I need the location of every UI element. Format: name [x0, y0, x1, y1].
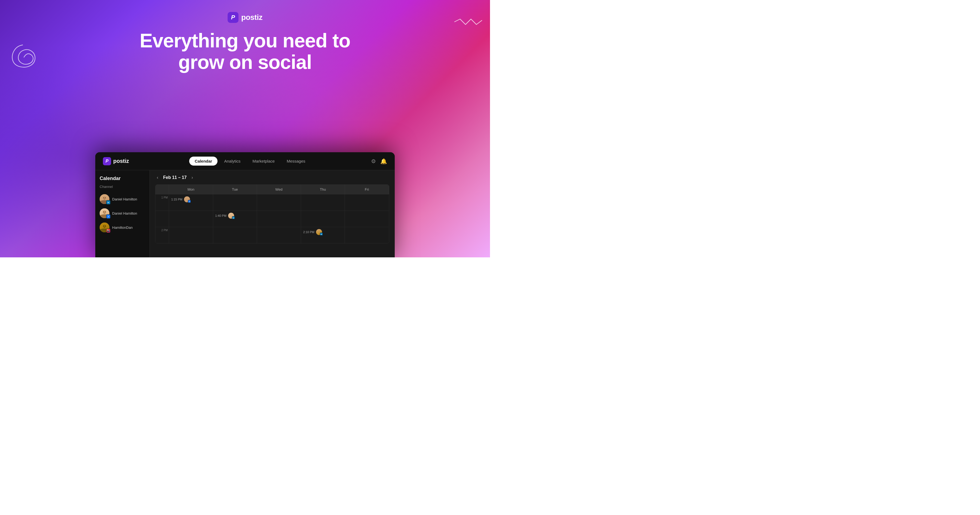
next-week-button[interactable]: › [190, 175, 195, 180]
time-empty-row [156, 210, 169, 227]
channel-item-2[interactable]: f Daniel Hamilton [100, 206, 145, 220]
time-1pm: 1 PM [156, 194, 169, 210]
cal-cell-wed-2pm [257, 227, 301, 243]
linkedin-badge-1: in [106, 200, 111, 204]
time-2pm: 2 PM [156, 227, 169, 243]
app-logo-icon: P [103, 157, 111, 165]
day-header-wed: Wed [257, 185, 301, 194]
facebook-badge-2: f [106, 214, 111, 219]
event-thu-2pm: 2:10 PM in [302, 228, 344, 236]
sidebar: Calendar Channel [95, 170, 150, 257]
svg-point-7 [103, 212, 104, 212]
cal-cell-thu-mid [301, 210, 345, 227]
date-range: Feb 11 – 17 [163, 175, 186, 180]
nav-marketplace[interactable]: Marketplace [247, 156, 280, 166]
svg-point-1 [103, 196, 107, 200]
calendar-nav-header: ‹ Feb 11 – 17 › [155, 175, 389, 180]
hero-section: Everything you need to grow on social [136, 30, 354, 73]
app-logo-text: postiz [113, 158, 129, 164]
time-header-empty [156, 185, 169, 194]
channel-avatar-3: 📷 [100, 223, 110, 232]
day-header-thu: Thu [301, 185, 345, 194]
event-avatar-mon: f [184, 196, 190, 202]
sidebar-title: Calendar [100, 175, 145, 182]
nav-analytics[interactable]: Analytics [219, 156, 246, 166]
settings-icon[interactable]: ⚙ [371, 158, 376, 164]
svg-point-11 [103, 225, 107, 228]
cal-cell-fri-1pm [345, 194, 389, 210]
channel-name-2: Daniel Hamilton [112, 211, 137, 215]
day-header-mon: Mon [169, 185, 213, 194]
svg-point-3 [105, 198, 106, 198]
app-header: P postiz Calendar Analytics Marketplace … [95, 152, 395, 170]
app-window: P postiz Calendar Analytics Marketplace … [95, 152, 395, 257]
cal-cell-thu-1pm [301, 194, 345, 210]
event-avatar-thu: in [316, 229, 322, 235]
event-time-thu-2pm: 2:10 PM [303, 230, 314, 234]
channel-avatar-1: in [100, 194, 110, 204]
cal-cell-fri-2pm [345, 227, 389, 243]
channel-name-3: HamiltonDan [112, 225, 132, 230]
app-header-actions: ⚙ 🔔 [371, 158, 387, 164]
bell-icon[interactable]: 🔔 [380, 158, 387, 164]
top-logo-text: postiz [241, 13, 262, 22]
svg-point-6 [103, 210, 107, 214]
instagram-badge-3: 📷 [106, 228, 111, 233]
cal-cell-mon-2pm [169, 227, 213, 243]
cal-cell-wed-mid [257, 210, 301, 227]
channel-item-1[interactable]: in Daniel Hamilton [100, 192, 145, 206]
calendar-area: ‹ Feb 11 – 17 › Mon Tue Wed Thu Fri 1 PM… [150, 170, 395, 257]
event-time-tue-mid: 1:40 PM [215, 214, 226, 217]
event-tue-mid: 1:40 PM in [214, 212, 256, 220]
channel-avatar-2: f [100, 208, 110, 218]
hero-heading: Everything you need to grow on social [136, 30, 354, 73]
event-mon-1pm: 1:15 PM f [170, 196, 212, 203]
svg-point-13 [105, 226, 106, 226]
cal-cell-tue-mid: 1:40 PM in [213, 210, 257, 227]
svg-point-8 [105, 212, 106, 212]
app-body: Calendar Channel [95, 170, 395, 257]
cal-cell-tue-1pm [213, 194, 257, 210]
event-avatar-tue: in [228, 213, 234, 219]
day-header-fri: Fri [345, 185, 389, 194]
app-nav: Calendar Analytics Marketplace Messages [189, 156, 310, 166]
cal-cell-fri-mid [345, 210, 389, 227]
app-logo: P postiz [103, 157, 129, 165]
svg-point-2 [103, 198, 104, 198]
event-time-mon-1pm: 1:15 PM [171, 198, 182, 201]
cal-cell-tue-2pm [213, 227, 257, 243]
prev-week-button[interactable]: ‹ [155, 175, 160, 180]
cal-cell-mon-1pm: 1:15 PM f [169, 194, 213, 210]
top-logo: P postiz [228, 12, 262, 23]
event-li-badge-thu: in [320, 233, 323, 236]
nav-calendar[interactable]: Calendar [189, 156, 218, 166]
channel-name-1: Daniel Hamilton [112, 197, 137, 201]
zigzag-decoration [452, 16, 485, 38]
cal-cell-thu-2pm: 2:10 PM in [301, 227, 345, 243]
calendar-grid: Mon Tue Wed Thu Fri 1 PM 1:15 PM f [155, 184, 389, 244]
event-li-badge-tue: in [232, 216, 235, 219]
channel-label: Channel [100, 185, 145, 189]
cal-cell-wed-1pm [257, 194, 301, 210]
svg-point-12 [103, 226, 104, 226]
channel-item-3[interactable]: 📷 HamiltonDan [100, 220, 145, 234]
spiral-decoration [10, 43, 38, 71]
day-header-tue: Tue [213, 185, 257, 194]
event-fb-badge: f [188, 200, 191, 203]
cal-cell-mon-mid [169, 210, 213, 227]
nav-messages[interactable]: Messages [281, 156, 310, 166]
top-logo-icon: P [228, 12, 239, 23]
